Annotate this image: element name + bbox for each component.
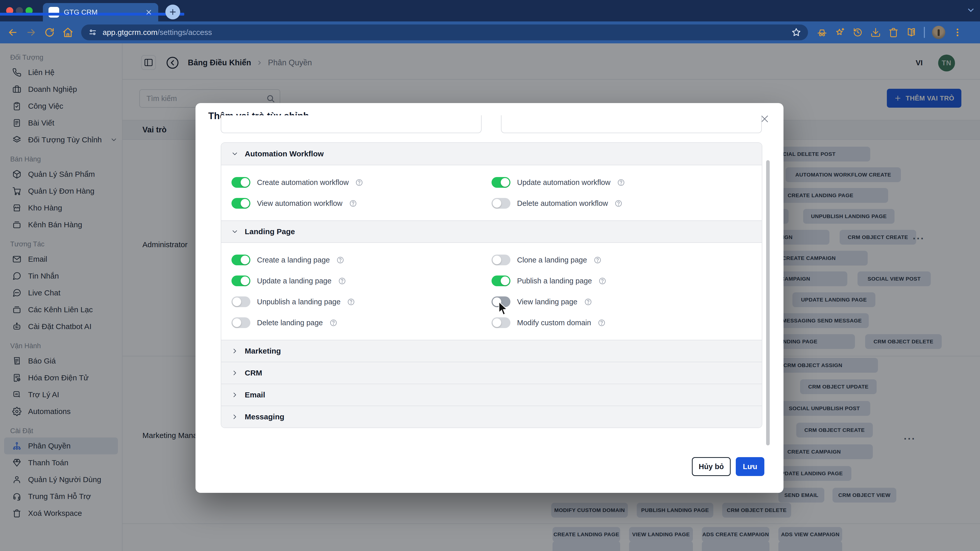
toggle-unpublish-a-landing-page[interactable]: [231, 297, 250, 307]
section-header-crm[interactable]: CRM: [221, 362, 762, 384]
help-icon[interactable]: [349, 200, 357, 207]
help-icon[interactable]: [593, 256, 601, 264]
permission-toggle-row-view-automation-workflow: View automation workflow: [231, 193, 492, 214]
toggle-label: View landing page: [517, 298, 578, 306]
help-icon[interactable]: [617, 179, 625, 186]
help-icon[interactable]: [584, 298, 592, 306]
toggle-delete-automation-workflow[interactable]: [492, 198, 511, 209]
help-icon[interactable]: [338, 277, 346, 285]
plus-icon: [169, 8, 177, 16]
permissions-accordion: Automation WorkflowCreate automation wor…: [221, 142, 762, 428]
role-name-input[interactable]: [221, 115, 482, 133]
browser-menu-icon[interactable]: [953, 27, 963, 38]
toggle-clone-a-landing-page[interactable]: [492, 254, 511, 265]
modal-scrollbar[interactable]: [766, 160, 770, 445]
permission-toggle-row-update-a-landing-page: Update a landing page: [231, 270, 492, 291]
toggle-create-a-landing-page[interactable]: [231, 254, 250, 265]
permission-toggle-row-view-landing-page: View landing page: [492, 291, 752, 312]
permission-section-automation-workflow: Automation WorkflowCreate automation wor…: [221, 143, 762, 221]
address-bar[interactable]: app.gtgcrm.com/settings/access: [81, 24, 808, 40]
permission-toggle-row-update-automation-workflow: Update automation workflow: [492, 172, 752, 193]
section-label: Messaging: [245, 413, 284, 421]
section-header-email[interactable]: Email: [221, 384, 762, 406]
chevron-down-icon: [231, 150, 239, 158]
section-label: Email: [245, 391, 265, 399]
toggle-label: Clone a landing page: [517, 256, 587, 264]
help-icon[interactable]: [336, 256, 344, 264]
permission-toggle-row-create-a-landing-page: Create a landing page: [231, 249, 492, 270]
star-extension-icon[interactable]: [835, 27, 845, 38]
section-label: Marketing: [245, 347, 281, 355]
toggle-publish-a-landing-page[interactable]: [492, 275, 511, 286]
site-favicon: GTG CRM: [48, 7, 59, 17]
toggle-label: Delete landing page: [257, 319, 323, 327]
toggle-update-automation-workflow[interactable]: [492, 177, 511, 188]
chevron-down-icon: [231, 228, 239, 235]
toggle-create-automation-workflow[interactable]: [231, 177, 250, 188]
browser-chrome: GTG CRM GTG CRM app.gtgcrm.com/settings/…: [0, 0, 980, 43]
help-icon[interactable]: [355, 179, 363, 186]
help-icon[interactable]: [614, 200, 622, 207]
toggle-label: Update a landing page: [257, 277, 331, 285]
add-role-modal: Thêm vai trò tùy chỉnh Automation Workfl…: [196, 103, 783, 493]
download-icon[interactable]: [870, 27, 881, 38]
reading-list-icon[interactable]: [906, 27, 917, 38]
toggle-label: Create automation workflow: [257, 178, 348, 187]
section-label: CRM: [245, 368, 262, 377]
toggle-label: Create a landing page: [257, 256, 330, 264]
incognito-extension-icon[interactable]: [817, 27, 827, 38]
chevron-right-icon: [231, 391, 239, 399]
browser-window: GTG CRM GTG CRM app.gtgcrm.com/settings/…: [0, 0, 980, 551]
section-header-landing-page[interactable]: Landing Page: [221, 221, 762, 242]
section-body: Create a landing pageClone a landing pag…: [221, 242, 762, 340]
window-chevron-icon[interactable]: [966, 6, 975, 15]
permission-toggle-row-delete-automation-workflow: Delete automation workflow: [492, 193, 752, 214]
site-settings-icon[interactable]: [88, 27, 97, 37]
trash-extension-icon[interactable]: [888, 27, 899, 38]
role-description-input[interactable]: [501, 115, 762, 133]
cancel-button[interactable]: Hủy bỏ: [692, 457, 731, 476]
permission-toggle-row-publish-a-landing-page: Publish a landing page: [492, 270, 752, 291]
home-icon[interactable]: [62, 27, 73, 38]
bookmark-star-icon[interactable]: [791, 27, 801, 38]
toggle-update-a-landing-page[interactable]: [231, 275, 250, 286]
back-icon[interactable]: [7, 27, 18, 38]
section-body: Create automation workflowUpdate automat…: [221, 165, 762, 221]
toggle-delete-landing-page[interactable]: [231, 318, 250, 328]
browser-tab[interactable]: GTG CRM GTG CRM: [43, 3, 158, 21]
mouse-cursor: [498, 302, 508, 316]
section-label: Landing Page: [245, 227, 295, 236]
toggle-view-automation-workflow[interactable]: [231, 198, 250, 209]
browser-profile-avatar[interactable]: [932, 26, 945, 39]
toggle-label: View automation workflow: [257, 199, 342, 208]
reload-icon[interactable]: [44, 27, 55, 38]
permission-toggle-row-clone-a-landing-page: Clone a landing page: [492, 249, 752, 270]
new-tab-button[interactable]: [165, 5, 180, 19]
toggle-label: Update automation workflow: [517, 178, 611, 187]
chevron-right-icon: [231, 413, 239, 421]
help-icon[interactable]: [347, 298, 355, 306]
history-icon[interactable]: [853, 27, 863, 38]
help-icon[interactable]: [598, 319, 606, 327]
permission-toggle-row-unpublish-a-landing-page: Unpublish a landing page: [231, 291, 492, 312]
section-header-automation-workflow[interactable]: Automation Workflow: [221, 143, 762, 165]
permission-toggle-row-modify-custom-domain: Modify custom domain: [492, 312, 752, 333]
help-icon[interactable]: [598, 277, 606, 285]
extensions-row: [817, 26, 963, 39]
chevron-right-icon: [231, 369, 239, 377]
section-header-marketing[interactable]: Marketing: [221, 340, 762, 362]
permission-section-landing-page: Landing PageCreate a landing pageClone a…: [221, 221, 762, 340]
chevron-right-icon: [231, 347, 239, 355]
permission-section-marketing: Marketing: [221, 340, 762, 362]
help-icon[interactable]: [329, 319, 337, 327]
forward-icon[interactable]: [25, 27, 37, 38]
toolbar-separator: [924, 27, 925, 38]
toggle-modify-custom-domain[interactable]: [492, 318, 511, 328]
section-label: Automation Workflow: [245, 149, 324, 158]
permission-section-email: Email: [221, 384, 762, 406]
section-header-messaging[interactable]: Messaging: [221, 406, 762, 427]
toggle-label: Modify custom domain: [517, 319, 591, 327]
permission-section-messaging: Messaging: [221, 406, 762, 427]
tab-close-icon[interactable]: [145, 8, 153, 16]
save-button[interactable]: Lưu: [736, 457, 764, 476]
